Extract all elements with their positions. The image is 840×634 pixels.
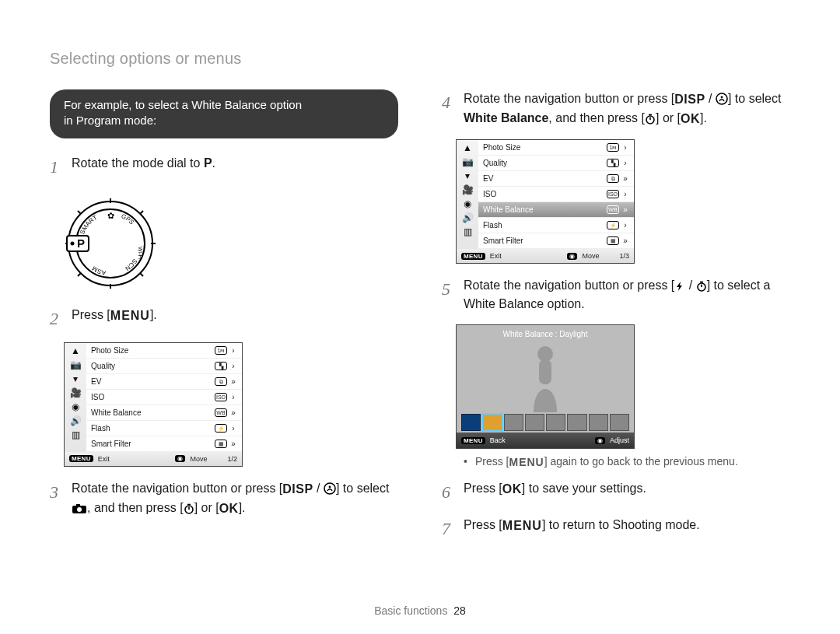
svg-point-17 xyxy=(324,483,335,494)
timer-icon xyxy=(184,503,194,514)
wb-adjust: Adjust xyxy=(610,436,629,444)
ok-button-glyph: OK xyxy=(502,480,522,499)
timer-icon xyxy=(696,281,707,292)
svg-point-25 xyxy=(716,93,727,104)
step-6: 6 Press [OK] to save your settings. xyxy=(442,479,790,505)
svg-line-7 xyxy=(140,273,143,276)
white-balance-preview: White Balance : Daylight xyxy=(456,324,635,449)
step-text: Press [ xyxy=(464,518,502,531)
mode-p-glyph: P xyxy=(204,156,212,170)
wb-back: Back xyxy=(490,436,506,444)
step-7: 7 Press [MENU] to return to Shooting mod… xyxy=(442,516,790,541)
left-column: For example, to select a White Balance o… xyxy=(50,89,398,552)
wb-option-k xyxy=(610,414,629,431)
svg-point-21 xyxy=(77,507,82,512)
menu-button-glyph: MENU xyxy=(509,456,544,468)
step-text: , and then press [ xyxy=(548,111,645,124)
step-text: ] or [ xyxy=(194,501,219,514)
step-text: ] to save your settings. xyxy=(522,482,646,495)
step-body: Rotate the mode dial to P. xyxy=(72,154,398,180)
step-body: Press [OK] to save your settings. xyxy=(464,479,790,505)
video-icon: 🎥 xyxy=(462,185,474,194)
menu-row: Photo Size1ᴍ› xyxy=(478,140,634,156)
step-body: Rotate the navigation button or press [D… xyxy=(464,89,790,128)
wb-option-fluorescent-l xyxy=(546,414,565,431)
mode-dial-selected: P xyxy=(77,236,85,250)
disp-button-glyph: DISP xyxy=(282,480,313,499)
bullet: • xyxy=(464,455,467,468)
menu-list: Photo Size1ᴍ› Quality▚› EV⧉» ISOISO› Whi… xyxy=(86,343,242,452)
flash-icon xyxy=(674,281,685,292)
svg-point-18 xyxy=(329,485,331,488)
mode-dial-label: ASM xyxy=(91,264,107,276)
step-text: ] to select xyxy=(336,482,389,495)
svg-line-6 xyxy=(78,211,81,214)
callout-line-1: For example, to select a White Balance o… xyxy=(64,97,384,113)
menu-footer: MENU Exit ◉ Move 1/2 xyxy=(65,452,242,466)
menu-row: Flash⚡› xyxy=(478,218,634,233)
step-number: 7 xyxy=(442,516,454,541)
menu-row: Smart Filter▦» xyxy=(478,233,634,249)
step-3: 3 Rotate the navigation button or press … xyxy=(50,479,398,518)
camera-icon: ▲ xyxy=(463,143,472,152)
wb-option-strip xyxy=(461,414,629,431)
page-footer: Basic functions 28 xyxy=(0,604,840,617)
white-balance-label: White Balance xyxy=(464,111,548,124)
breadcrumb: Selecting options or menus xyxy=(50,50,790,68)
menu-footer: MENU Exit ◉ Move 1/3 xyxy=(457,249,634,263)
footer-section: Basic functions xyxy=(374,604,447,617)
wb-footer: MENU Back ◉ Adjust xyxy=(457,433,634,448)
menu-row: Quality▚› xyxy=(86,359,242,374)
speaker-icon: 🔊 xyxy=(462,213,474,222)
svg-rect-20 xyxy=(76,504,80,506)
display-icon: ▥ xyxy=(72,430,80,440)
step-body: Rotate the navigation button or press [D… xyxy=(72,479,398,518)
slash: / xyxy=(685,278,695,292)
wb-option-cloudy xyxy=(504,414,523,431)
timer-icon xyxy=(645,114,656,124)
note: • Press [MENU] again to go back to the p… xyxy=(464,455,790,468)
camera-menu-screenshot-b: ▲ 📷 ▾ 🎥 ◉ 🔊 ▥ Photo Size1ᴍ› Quality▚› EV… xyxy=(456,139,635,264)
step-1: 1 Rotate the mode dial to P. xyxy=(50,154,398,180)
foot-exit: Exit xyxy=(98,455,110,463)
step-text: ] to return to Shooting mode. xyxy=(542,518,700,531)
menu-tag-icon: MENU xyxy=(461,253,485,260)
video-icon: 🎥 xyxy=(70,388,82,398)
note-body: Press [MENU] again to go back to the pre… xyxy=(475,455,738,468)
slash: / xyxy=(705,92,716,105)
step-text: . xyxy=(212,156,215,170)
person-silhouette xyxy=(518,342,572,412)
mode-dial-label: Wi-Fi xyxy=(138,247,143,260)
foot-page: 1/3 xyxy=(619,252,629,260)
camera-icon xyxy=(72,503,87,514)
step-body: Press [MENU] to return to Shooting mode. xyxy=(464,516,790,541)
wb-option-tungsten xyxy=(567,414,586,431)
foot-move: Move xyxy=(190,455,207,463)
step-4: 4 Rotate the navigation button or press … xyxy=(442,89,790,128)
ok-button-glyph: OK xyxy=(219,499,239,518)
step-text: Rotate the mode dial to xyxy=(72,156,204,170)
step-text: Rotate the navigation button or press [ xyxy=(72,482,282,495)
wb-option-fluorescent-h xyxy=(525,414,544,431)
step-2: 2 Press [MENU]. xyxy=(50,306,398,331)
footer-page: 28 xyxy=(453,604,466,617)
wb-title: White Balance : Daylight xyxy=(457,325,634,338)
foot-exit: Exit xyxy=(490,252,502,260)
step-text: ]. xyxy=(700,111,707,124)
step-text: Press [ xyxy=(464,482,502,495)
note-text: Press [ xyxy=(475,455,509,468)
wb-option-custom xyxy=(589,414,608,431)
macro-icon xyxy=(716,93,728,105)
menu-row: EV⧉» xyxy=(478,171,634,187)
step-number: 4 xyxy=(442,89,454,128)
ok-button-glyph: OK xyxy=(681,110,700,128)
mode-dial-illustration: P SMART GPS Wi-Fi SCN ASM ✿ xyxy=(64,197,157,290)
svg-line-9 xyxy=(78,273,81,276)
svg-rect-34 xyxy=(539,359,551,384)
step-text: Press [ xyxy=(72,308,110,321)
step-text: Rotate the navigation button or press [ xyxy=(464,92,674,105)
right-column: 4 Rotate the navigation button or press … xyxy=(442,89,790,552)
svg-line-8 xyxy=(140,211,143,214)
foot-move: Move xyxy=(582,252,599,260)
step-text: Rotate the navigation button or press [ xyxy=(464,278,674,292)
